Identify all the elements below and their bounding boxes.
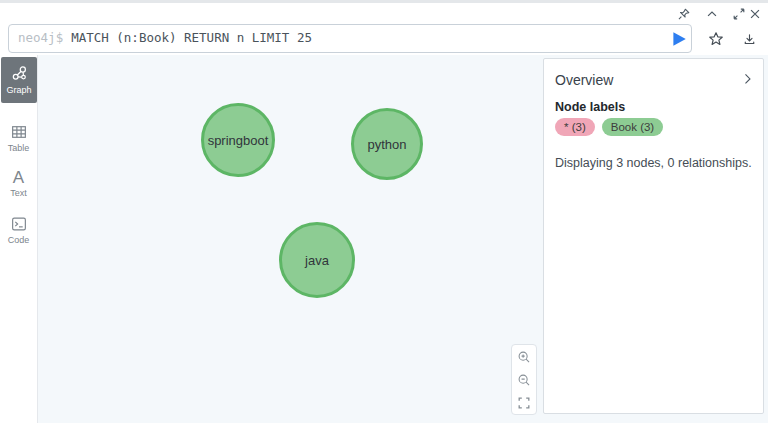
neo4j-browser-frame: neo4j$MATCH (n:Book) RETURN n LIMIT 25 s… [0,0,768,423]
collapse-icon[interactable] [704,6,720,22]
tab-label: Text [10,188,27,198]
run-query-icon[interactable] [670,30,688,48]
close-icon[interactable] [747,6,763,22]
zoom-in-icon[interactable] [512,346,536,368]
overview-panel: Overview Node labels * (3) Book (3) Disp… [543,58,764,414]
graph-node-python[interactable]: python [351,108,423,180]
view-mode-sidebar: Graph Table A Text Code [0,55,38,423]
node-label-pills: * (3) Book (3) [555,118,663,136]
download-icon[interactable] [739,29,759,49]
zoom-to-fit-icon[interactable] [512,392,536,414]
zoom-controls [511,344,537,415]
node-label: python [367,137,406,152]
zoom-out-icon[interactable] [512,369,536,391]
tab-label: Graph [6,85,31,95]
result-status-text: Displaying 3 nodes, 0 relationships. [555,156,752,170]
tab-label: Code [8,235,30,245]
label-pill-book[interactable]: Book (3) [602,118,663,136]
text-icon: A [0,169,37,187]
graph-node-java[interactable]: java [279,222,355,298]
tab-code[interactable]: Code [0,215,37,245]
table-icon [0,123,37,141]
graph-canvas[interactable]: springboot python java [38,55,768,423]
cypher-editor[interactable]: neo4j$MATCH (n:Book) RETURN n LIMIT 25 [8,24,692,53]
label-pill-all[interactable]: * (3) [555,118,595,136]
tab-label: Table [8,143,30,153]
overview-title: Overview [555,72,613,88]
graph-node-springboot[interactable]: springboot [201,103,275,177]
tab-graph[interactable]: Graph [1,57,37,103]
editor-prompt: neo4j$ [18,30,63,45]
favorite-icon[interactable] [706,29,726,49]
node-label: java [305,253,329,268]
tab-text[interactable]: A Text [0,169,37,198]
pin-icon[interactable] [676,6,692,22]
graph-icon [1,64,37,83]
node-label: springboot [208,133,269,148]
frame-top-edge [0,0,768,3]
tab-table[interactable]: Table [0,123,37,153]
node-labels-heading: Node labels [555,100,625,114]
code-icon [0,215,37,233]
chevron-right-icon[interactable] [739,70,755,86]
editor-query-text: MATCH (n:Book) RETURN n LIMIT 25 [71,30,312,45]
resize-icon[interactable] [731,6,747,22]
